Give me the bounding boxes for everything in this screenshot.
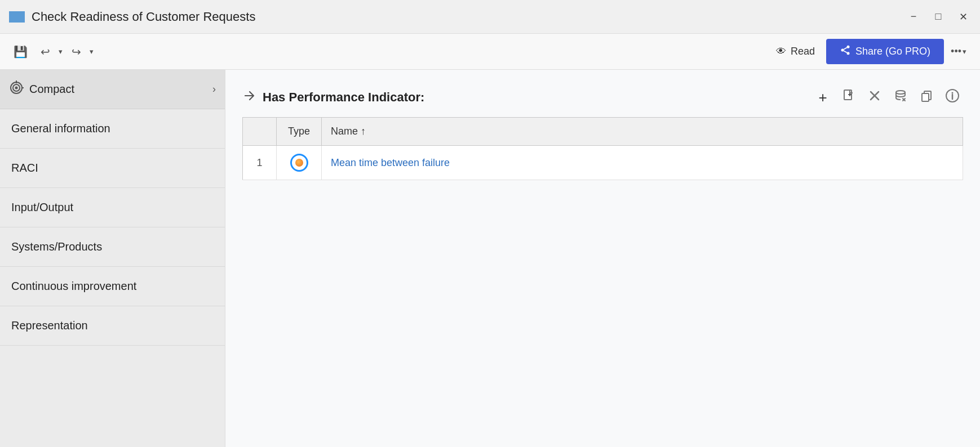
svg-rect-19 xyxy=(922,93,929,101)
share-icon xyxy=(840,44,851,59)
svg-point-0 xyxy=(847,46,850,48)
info-icon xyxy=(945,88,960,106)
read-label: Read xyxy=(791,46,815,57)
undo-chevron: ▾ xyxy=(59,47,63,56)
table-row: 1 Mean time between failure xyxy=(243,146,963,180)
delete-db-button[interactable] xyxy=(890,87,911,108)
title-bar: Check Readiness of Customer Requests − □… xyxy=(0,0,980,34)
copy-button[interactable] xyxy=(916,87,937,108)
sidebar-item-label: Systems/Products xyxy=(11,240,102,253)
close-icon xyxy=(868,90,881,105)
sidebar-item-label: General information xyxy=(11,122,110,135)
redo-icon: ↪ xyxy=(72,45,81,59)
table-cell-type xyxy=(277,146,322,180)
sidebar-item-label: Continuous improvement xyxy=(11,280,136,293)
svg-line-3 xyxy=(844,51,847,52)
window-controls: − □ ✕ xyxy=(906,9,971,25)
section-header: Has Performance Indicator: + xyxy=(242,87,963,108)
close-button[interactable]: ✕ xyxy=(955,9,971,25)
sidebar-item-label: RACI xyxy=(11,162,38,175)
section-actions: + xyxy=(812,87,963,108)
svg-point-7 xyxy=(15,86,18,89)
section-arrow-icon xyxy=(242,89,256,106)
window-title: Check Readiness of Customer Requests xyxy=(32,10,906,24)
compact-label: Compact xyxy=(29,83,207,96)
undo-icon: ↩ xyxy=(41,45,50,59)
sidebar-item-label: Input/Output xyxy=(11,201,73,214)
sidebar-item-raci[interactable]: RACI xyxy=(0,149,225,188)
more-icon: ••• xyxy=(951,46,961,57)
undo-button[interactable]: ↩ xyxy=(34,41,56,63)
maximize-button[interactable]: □ xyxy=(930,9,946,25)
db-delete-icon xyxy=(894,89,907,106)
plus-icon: + xyxy=(818,89,827,106)
delete-button[interactable] xyxy=(864,87,885,108)
svg-point-15 xyxy=(896,91,905,94)
svg-point-1 xyxy=(841,49,844,52)
app-icon xyxy=(9,11,25,23)
sidebar-item-general-information[interactable]: General information xyxy=(0,109,225,149)
content-area: Has Performance Indicator: + xyxy=(225,70,980,447)
new-doc-icon xyxy=(842,89,855,106)
sidebar-item-input-output[interactable]: Input/Output xyxy=(0,188,225,227)
save-icon: 💾 xyxy=(14,45,28,59)
add-button[interactable]: + xyxy=(812,87,833,108)
kpi-inner-circle xyxy=(295,159,303,167)
save-button[interactable]: 💾 xyxy=(9,41,32,63)
sidebar-item-label: Representation xyxy=(11,319,88,332)
table-cell-number: 1 xyxy=(243,146,277,180)
svg-line-4 xyxy=(844,47,847,49)
redo-chevron: ▾ xyxy=(90,47,94,56)
table-cell-name[interactable]: Mean time between failure xyxy=(322,146,963,180)
compact-chevron-right-icon: › xyxy=(212,83,216,95)
svg-point-2 xyxy=(847,52,850,55)
share-button[interactable]: Share (Go PRO) xyxy=(826,39,944,64)
minimize-button[interactable]: − xyxy=(906,9,921,25)
redo-button[interactable]: ↪ xyxy=(65,41,87,63)
main-layout: Compact › General information RACI Input… xyxy=(0,70,980,447)
copy-icon xyxy=(920,89,933,106)
sidebar-item-compact[interactable]: Compact › xyxy=(0,70,225,109)
info-button[interactable] xyxy=(942,87,963,108)
new-document-button[interactable] xyxy=(838,87,859,108)
sidebar-item-representation[interactable]: Representation xyxy=(0,306,225,346)
table-header-number xyxy=(243,118,277,146)
svg-point-22 xyxy=(952,92,954,94)
sidebar-item-continuous-improvement[interactable]: Continuous improvement xyxy=(0,267,225,306)
performance-indicator-table: Type Name ↑ 1 xyxy=(242,117,963,180)
sidebar-item-systems-products[interactable]: Systems/Products xyxy=(0,227,225,267)
more-chevron: ▾ xyxy=(963,47,966,56)
table-header-name[interactable]: Name ↑ xyxy=(322,118,963,146)
share-label: Share (Go PRO) xyxy=(855,46,930,57)
toolbar: 💾 ↩ ▾ ↪ ▾ 👁 Read Share (Go PRO) ••• ▾ xyxy=(0,34,980,70)
table-header-type[interactable]: Type xyxy=(277,118,322,146)
filter-target-icon xyxy=(9,81,24,99)
section-title: Has Performance Indicator: xyxy=(263,90,805,105)
eye-icon: 👁 xyxy=(776,46,786,57)
sidebar: Compact › General information RACI Input… xyxy=(0,70,225,447)
more-options-button[interactable]: ••• ▾ xyxy=(946,41,971,62)
read-button[interactable]: 👁 Read xyxy=(767,41,824,62)
kpi-type-icon xyxy=(290,154,308,172)
performance-indicator-link[interactable]: Mean time between failure xyxy=(331,157,450,168)
